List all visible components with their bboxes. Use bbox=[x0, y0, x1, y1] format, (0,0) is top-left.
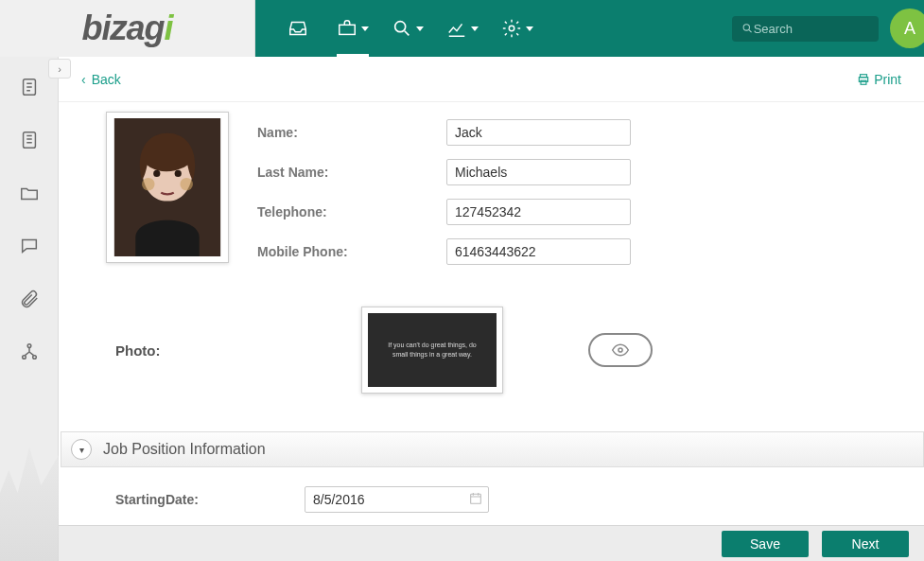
rail-background bbox=[0, 410, 59, 561]
section-job-position: ▾ Job Position Information bbox=[61, 431, 924, 467]
footer-bar: Save Next bbox=[59, 525, 924, 561]
eye-icon bbox=[611, 341, 630, 359]
startingdate-input[interactable] bbox=[305, 486, 489, 513]
chevron-down-icon bbox=[361, 26, 369, 31]
svg-point-8 bbox=[32, 356, 36, 359]
job-fields: StartingDate: Job Description : Sales Re… bbox=[115, 467, 905, 525]
cases-button[interactable] bbox=[329, 0, 376, 57]
photo-label: Photo: bbox=[115, 342, 305, 359]
mobile-input[interactable] bbox=[446, 238, 631, 265]
search-input[interactable] bbox=[754, 22, 869, 36]
svg-point-6 bbox=[27, 344, 31, 348]
calendar-icon[interactable] bbox=[468, 491, 483, 510]
analytics-button[interactable] bbox=[439, 0, 486, 57]
section-toggle[interactable]: ▾ bbox=[71, 439, 92, 460]
section-title: Job Position Information bbox=[103, 441, 266, 458]
briefcase-icon bbox=[337, 18, 357, 39]
svg-rect-5 bbox=[23, 132, 35, 149]
magnifier-icon bbox=[392, 18, 412, 39]
rail-summary-icon[interactable] bbox=[18, 76, 41, 98]
print-icon bbox=[857, 73, 870, 86]
name-label: Name: bbox=[257, 125, 446, 140]
lastname-label: Last Name: bbox=[257, 165, 446, 180]
svg-point-13 bbox=[153, 170, 160, 177]
gear-icon bbox=[501, 18, 522, 39]
search-box[interactable] bbox=[732, 16, 879, 42]
print-label: Print bbox=[874, 72, 901, 87]
chart-icon bbox=[446, 18, 467, 39]
inbox-icon bbox=[288, 18, 308, 39]
svg-point-2 bbox=[509, 26, 514, 31]
photo-thumbnail: If you can't do great things, do small t… bbox=[361, 307, 503, 394]
svg-point-1 bbox=[395, 22, 406, 32]
rail-comments-icon[interactable] bbox=[18, 235, 41, 257]
preview-button[interactable] bbox=[588, 333, 653, 367]
back-button[interactable]: ‹ Back bbox=[81, 72, 121, 87]
chevron-left-icon: ‹ bbox=[81, 72, 86, 87]
expand-rail-button[interactable]: › bbox=[48, 59, 71, 79]
top-nav: A bbox=[255, 0, 924, 57]
search-icon bbox=[741, 22, 754, 35]
svg-point-15 bbox=[142, 178, 154, 190]
startingdate-label: StartingDate: bbox=[115, 492, 305, 507]
rail-attach-icon[interactable] bbox=[18, 288, 41, 310]
rail-process-icon[interactable] bbox=[18, 341, 41, 363]
personal-fields: Name: Last Name: Telephone: Mobile Phone… bbox=[257, 112, 905, 278]
svg-point-17 bbox=[619, 348, 622, 352]
print-button[interactable]: Print bbox=[857, 72, 901, 87]
left-rail: › bbox=[0, 57, 59, 561]
portrait-placeholder-icon bbox=[113, 118, 222, 256]
inbox-button[interactable] bbox=[274, 0, 322, 57]
main-content: Name: Last Name: Telephone: Mobile Phone… bbox=[59, 102, 924, 525]
svg-point-3 bbox=[743, 25, 749, 30]
logo-zone: bizagi bbox=[0, 0, 255, 57]
search-nav-button[interactable] bbox=[384, 0, 431, 57]
chevron-down-icon bbox=[526, 26, 533, 31]
save-button[interactable]: Save bbox=[722, 531, 809, 557]
chevron-down-icon bbox=[416, 26, 424, 31]
svg-point-16 bbox=[180, 178, 192, 190]
svg-point-7 bbox=[22, 356, 26, 359]
avatar[interactable]: A bbox=[890, 9, 924, 48]
name-input[interactable] bbox=[446, 119, 631, 146]
back-label: Back bbox=[92, 72, 121, 87]
chevron-down-icon bbox=[471, 26, 479, 31]
svg-rect-0 bbox=[340, 25, 356, 34]
lastname-input[interactable] bbox=[446, 159, 631, 185]
settings-button[interactable] bbox=[494, 0, 541, 57]
svg-point-14 bbox=[175, 170, 182, 177]
portrait-photo bbox=[106, 112, 229, 263]
telephone-label: Telephone: bbox=[257, 204, 446, 219]
mobile-label: Mobile Phone: bbox=[257, 244, 446, 259]
rail-log-icon[interactable] bbox=[18, 129, 41, 151]
sub-header: ‹ Back Print bbox=[59, 57, 924, 102]
svg-rect-18 bbox=[471, 494, 481, 503]
thumb-caption: If you can't do great things, do small t… bbox=[388, 341, 477, 359]
rail-folder-icon[interactable] bbox=[18, 182, 41, 204]
next-button[interactable]: Next bbox=[822, 531, 909, 557]
app-logo: bizagi bbox=[81, 9, 172, 48]
top-bar: bizagi A bbox=[0, 0, 924, 57]
telephone-input[interactable] bbox=[446, 199, 631, 225]
search-area: A bbox=[732, 9, 924, 48]
